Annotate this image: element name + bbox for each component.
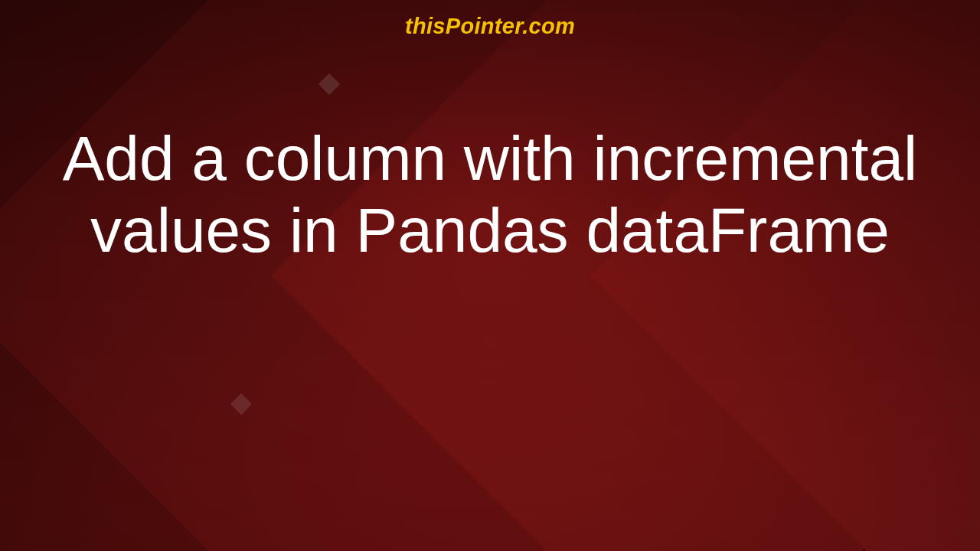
background-chevrons	[0, 0, 980, 551]
page-title: Add a column with incremental values in …	[46, 122, 934, 267]
site-logo: thisPointer.com	[405, 14, 575, 38]
logo-part-this: this	[405, 14, 446, 38]
site-logo-row: thisPointer.com	[0, 14, 980, 39]
logo-part-com: .com	[522, 14, 575, 38]
logo-part-pointer: Pointer	[446, 14, 522, 38]
